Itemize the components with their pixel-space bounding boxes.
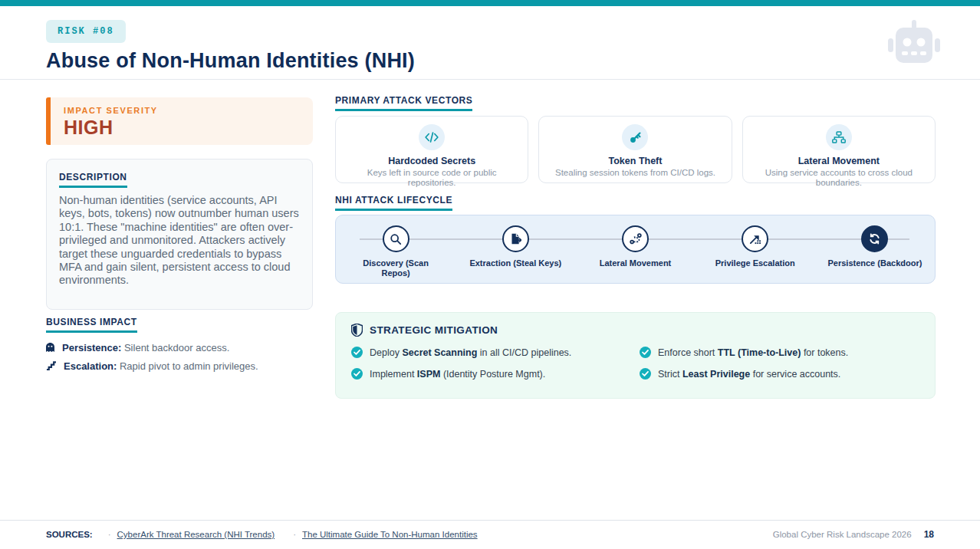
business-impact-heading: BUSINESS IMPACT [46, 317, 137, 333]
lifecycle-step-label: Persistence (Backdoor) [827, 258, 922, 268]
attack-vector-title: Hardcoded Secrets [342, 156, 521, 166]
attack-vector-text: Stealing session tokens from CI/CD logs. [545, 168, 725, 178]
attack-vector-title: Token Theft [545, 156, 725, 166]
description-heading: DESCRIPTION [59, 172, 127, 188]
source-link-nhi-guide[interactable]: The Ultimate Guide To Non-Human Identiti… [302, 530, 478, 539]
page-title: Abuse of Non-Human Identities (NHI) [46, 49, 415, 73]
lifecycle-step: Extraction (Steal Keys) [455, 225, 575, 283]
business-impact-item: Persistence: Silent backdoor access. [46, 342, 322, 353]
lifecycle-box: Discovery (Scan Repos) Extraction (Steal… [335, 215, 936, 284]
ghost-icon [46, 343, 54, 353]
footer-right: Global Cyber Risk Landscape 2026 18 [773, 529, 934, 540]
code-icon [419, 124, 445, 150]
sources-label: SOURCES: [46, 530, 93, 539]
description-text: Non-human identities (service accounts, … [59, 194, 300, 288]
impact-severity-box: IMPACT SEVERITY HIGH [46, 97, 313, 145]
report-name: Global Cyber Risk Landscape 2026 [773, 530, 912, 539]
robot-icon [885, 18, 943, 66]
attack-vector-text: Using service accounts to cross cloud bo… [749, 168, 929, 188]
attack-vector-cards: Hardcoded Secrets Keys left in source co… [335, 116, 936, 183]
impact-severity-value: HIGH [64, 117, 313, 139]
shield-icon [351, 324, 363, 337]
dot-separator: · [293, 530, 296, 539]
business-impact-text: Persistence: Silent backdoor access. [62, 342, 229, 353]
impact-severity-label: IMPACT SEVERITY [64, 106, 313, 115]
sitemap-icon [826, 124, 852, 150]
trend-up-icon [742, 225, 768, 252]
page-number: 18 [924, 529, 934, 540]
check-icon [351, 347, 363, 358]
mitigation-heading: STRATEGIC MITIGATION [370, 324, 498, 336]
risk-number-badge: RISK #08 [46, 20, 126, 43]
lifecycle-step-label: Discovery (Scan Repos) [348, 258, 444, 278]
slide-page: RISK #08 Abuse of Non-Human Identities (… [0, 0, 980, 549]
lifecycle-step: Persistence (Backdoor) [815, 225, 935, 283]
dot-separator: · [108, 530, 111, 539]
business-impact-section: BUSINESS IMPACT Persistence: Silent back… [46, 314, 322, 372]
mitigation-item: Strict Least Privilege for service accou… [640, 368, 919, 380]
attack-vector-title: Lateral Movement [749, 156, 929, 166]
attack-vector-card: Hardcoded Secrets Keys left in source co… [335, 116, 528, 183]
mitigation-item: Implement ISPM (Identity Posture Mgmt). [351, 368, 640, 380]
attack-vectors-heading: PRIMARY ATTACK VECTORS [335, 95, 472, 111]
mitigation-header: STRATEGIC MITIGATION [351, 324, 919, 337]
business-impact-item: Escalation: Rapid pivot to admin privile… [46, 360, 322, 372]
source-link-cyberark[interactable]: CyberArk Threat Research (NHI Trends) [117, 530, 275, 539]
lifecycle-step: Discovery (Scan Repos) [336, 225, 455, 283]
search-icon [383, 225, 409, 252]
mitigation-item: Deploy Secret Scanning in all CI/CD pipe… [351, 347, 640, 358]
check-icon [351, 368, 363, 380]
lifecycle-step-label: Extraction (Steal Keys) [469, 258, 561, 268]
lifecycle-step-label: Privilege Escalation [715, 258, 795, 268]
check-icon [640, 368, 651, 380]
mitigation-list: Deploy Secret Scanning in all CI/CD pipe… [351, 347, 919, 380]
business-impact-text: Escalation: Rapid pivot to admin privile… [64, 360, 258, 372]
attack-vector-text: Keys left in source code or public repos… [342, 168, 521, 188]
sync-icon [861, 225, 888, 252]
lifecycle-step: Lateral Movement [575, 225, 695, 283]
lifecycle-step: Privilege Escalation [696, 225, 815, 283]
top-accent-bar [0, 0, 980, 6]
lifecycle-heading: NHI ATTACK LIFECYCLE [335, 195, 452, 211]
header-divider [0, 79, 980, 80]
footer: SOURCES: · CyberArk Threat Research (NHI… [46, 529, 934, 540]
footer-divider [0, 520, 980, 521]
strategic-mitigation-box: STRATEGIC MITIGATION Deploy Secret Scann… [335, 312, 936, 399]
attack-vector-card: Token Theft Stealing session tokens from… [538, 116, 732, 183]
mitigation-item: Enforce short TTL (Time-to-Live) for tok… [640, 347, 919, 358]
lifecycle-step-label: Lateral Movement [600, 258, 672, 268]
attack-vector-card: Lateral Movement Using service accounts … [742, 116, 936, 183]
file-export-icon [502, 225, 529, 252]
check-icon [640, 347, 651, 358]
route-icon [622, 225, 649, 252]
description-box: DESCRIPTION Non-human identities (servic… [46, 159, 313, 310]
stairs-icon [46, 361, 56, 370]
key-icon [622, 124, 648, 150]
